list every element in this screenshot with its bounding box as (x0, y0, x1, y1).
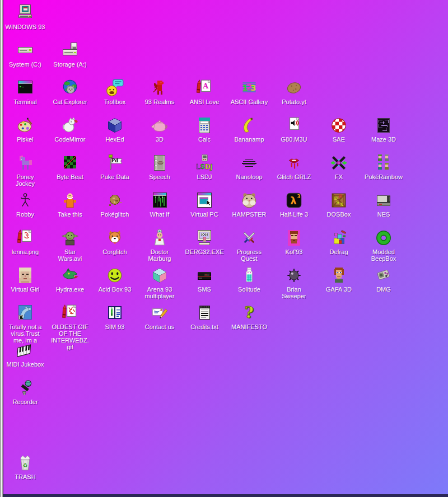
svg-text:S: S (336, 200, 339, 205)
desktop-icon-label: HexEd (105, 136, 124, 143)
desktop-icon-ascii-gallery[interactable]: 123ASCII Gallery (227, 78, 272, 105)
boing-ball-icon (329, 116, 348, 135)
desktop-icon-star-wars-avi[interactable]: Star Wars.avi (48, 228, 92, 262)
desktop-icon-93-realms[interactable]: 93 Realms (137, 78, 182, 105)
desktop-icon-label: 93 Realms (145, 99, 175, 105)
desktop-icon-label: MANIFESTO (231, 323, 267, 330)
desktop-icon-potato-yt[interactable]: Potato.yt (272, 78, 316, 105)
desktop-icon-sms[interactable]: SMS (182, 266, 227, 293)
desktop-icon-acid-box-93[interactable]: Acid Box 93 (92, 266, 137, 293)
desktop-icon-doctor-marburg[interactable]: Doctor Marburg (137, 228, 182, 262)
desktop-icon-derg32-exe[interactable]: DERG32.EXE (182, 228, 227, 255)
desktop-icon-g80-m3u[interactable]: G80.M3U (272, 116, 316, 143)
desktop-icon-recorder[interactable]: Recorder (3, 378, 48, 405)
desktop-icon-lsdj[interactable]: LSDJLSDJ (182, 153, 227, 180)
desktop-icon-label: lenna.png (12, 248, 39, 255)
glitch-blob-icon (105, 191, 124, 210)
desktop-icon-label: Bananamp (234, 136, 264, 143)
desktop-icon-maze-3d[interactable]: Maze 3D (361, 116, 406, 143)
desktop-icon-speech[interactable]: Speech (137, 153, 182, 180)
desktop-icon-contact-us[interactable]: Contact us (137, 303, 182, 330)
desktop-icon-windows-93[interactable]: WINDOWS 93 (3, 3, 48, 30)
desktop-icon-label: Puke Data (100, 174, 129, 180)
desktop-icon-fx[interactable]: FX (316, 153, 361, 180)
desktop-icon-byte-beat[interactable]: Byte Beat (48, 153, 92, 180)
desktop: WINDOWS 93System (C:)Storage (A:)Termina… (0, 0, 448, 497)
desktop-icon-pokeglitch[interactable]: Pokéglitch (92, 191, 137, 218)
desktop-icon-robby[interactable]: Robby (3, 191, 48, 218)
desktop-icon-credits-txt[interactable]: Credits.txt (182, 303, 227, 330)
desktop-icon-codemirror[interactable]: CodeMirror (48, 116, 92, 143)
desktop-icon-label: Star Wars.avi (58, 248, 82, 262)
dripping-lips-icon (284, 153, 304, 172)
desktop-icon-poney-jockey[interactable]: Poney Jockey (3, 153, 48, 187)
svg-text:3: 3 (250, 83, 256, 93)
desktop-icon-puke-data[interactable]: PdPuke Data (92, 153, 137, 180)
desktop-icon-solitude[interactable]: Solitude (227, 266, 272, 293)
desktop-icon-corglitch[interactable]: Corglitch (92, 228, 137, 255)
desktop-icon-label: System (C:) (9, 61, 41, 68)
desktop-icon-cat-explorer[interactable]: Cat Explorer (48, 78, 92, 105)
desktop-icon-label: 3D (156, 136, 164, 143)
desktop-icon-label: Doctor Marburg (148, 248, 171, 262)
desktop-icon-trash[interactable]: ♻TRASH (3, 453, 48, 480)
desktop-icon-nanoloop[interactable]: Nanoloop (227, 153, 272, 180)
desktop-icon-hampster[interactable]: HAMPSTER (227, 191, 272, 218)
ascii-123-icon: 123 (240, 78, 259, 97)
fighter-face-icon (284, 228, 304, 247)
desktop-icon-arena-93[interactable]: Arena 93 multiplayer (137, 266, 182, 299)
desktop-icon-label: Nanoloop (236, 174, 262, 180)
desktop-icon-glitch-grlz[interactable]: Glitch GRLZ (272, 153, 316, 180)
desktop-icon-half-life-3[interactable]: λ3Half-Life 3 (272, 191, 316, 218)
nes-console-icon (374, 191, 393, 210)
desktop-icon-label: CodeMirror (54, 136, 85, 143)
question-mark-icon: ?? (240, 303, 259, 322)
desktop-icon-pokerainbow[interactable]: PokéRainbow (361, 153, 406, 180)
desktop-icon-progress-quest[interactable]: Progress Quest (227, 228, 272, 262)
gameboy-flat-icon (374, 266, 393, 285)
smiley-chat-icon (105, 78, 124, 97)
desktop-icon-terminal[interactable]: Terminal (3, 78, 48, 105)
desktop-icon-what-if[interactable]: What If (137, 191, 182, 218)
computer-icon (16, 3, 35, 22)
desktop-icon-sae[interactable]: SAE (316, 116, 361, 143)
desktop-icon-lenna-png[interactable]: lenna.png (3, 228, 48, 255)
desktop-icon-gafa-3d[interactable]: GAFA 3D (316, 266, 361, 293)
desktop-icon-label: Defrag (329, 248, 348, 255)
desktop-icon-defrag[interactable]: Defrag (316, 228, 361, 255)
desktop-icon-dosbox[interactable]: DBSXDOSBox (316, 191, 361, 218)
desktop-icon-piskel[interactable]: Piskel (3, 116, 48, 143)
desktop-icon-brian-sweeper[interactable]: Brian Sweeper (272, 266, 316, 299)
desktop-icon-calc[interactable]: Calc (182, 116, 227, 143)
desktop-icon-system-c[interactable]: System (C:) (3, 41, 48, 68)
desktop-icon-not-a-virus[interactable]: Totally not a virus.Trust me, im a (3, 303, 48, 344)
desktop-icon-take-this[interactable]: Take this (48, 191, 92, 218)
desktop-icon-3d[interactable]: 3D (137, 116, 182, 143)
desktop-icon-label: Virtual PC (190, 211, 218, 218)
desktop-icon-kof93[interactable]: Kof'93 (272, 228, 316, 255)
desktop-icon-nes[interactable]: NES (361, 191, 406, 218)
desktop-icon-virtual-girl[interactable]: Virtual Girl (3, 266, 48, 293)
pd-flag-icon: Pd (105, 153, 124, 172)
desktop-icon-label: Hydra.exe (56, 286, 84, 293)
desktop-icon-trollbox[interactable]: Trollbox (92, 78, 137, 105)
audio-file-icon (284, 116, 304, 135)
desktop-icon-label: Arena 93 multiplayer (144, 286, 174, 299)
desktop-icon-label: DOSBox (327, 211, 351, 218)
desktop-icon-ansi-love[interactable]: AANSI Love (182, 78, 227, 105)
desktop-icon-dmg[interactable]: DMG (361, 266, 406, 293)
desktop-icon-oldest-gif[interactable]: OLDEST GIF OF THE INTERWEBZ. gif (48, 303, 92, 350)
desktop-icon-modded-beepbox[interactable]: Modded BeepBox (361, 228, 406, 262)
desktop-icon-manifesto[interactable]: ??MANIFESTO (227, 303, 272, 330)
maze-icon (374, 116, 393, 135)
desktop-icon-storage-a[interactable]: Storage (A:) (48, 41, 92, 68)
desktop-icon-virtual-pc[interactable]: Virtual PC (182, 191, 227, 218)
desktop-icon-sim-93[interactable]: SIM 93 (92, 303, 137, 330)
desktop-icon-midi-jukebox[interactable]: MIDI Jukebox (3, 341, 48, 368)
desktop-icon-bananamp[interactable]: Bananamp (227, 116, 272, 143)
old-man-icon (60, 191, 80, 210)
desktop-icon-hexed[interactable]: HexEd (92, 116, 137, 143)
desktop-icon-label: Poney Jockey (16, 174, 35, 187)
desktop-icon-hydra-exe[interactable]: Hydra.exe (48, 266, 92, 293)
pastel-cube-icon (150, 266, 169, 285)
